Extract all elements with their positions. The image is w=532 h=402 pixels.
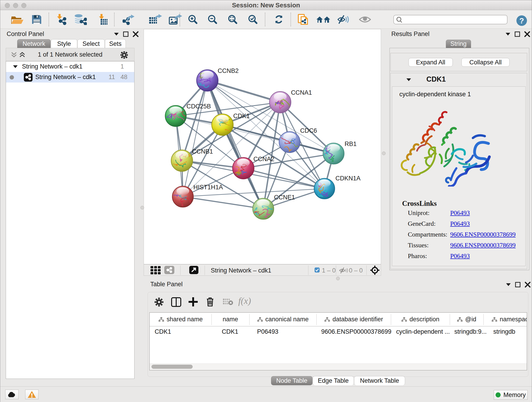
svg-text:CDK1: CDK1 <box>233 113 250 119</box>
svg-text:HIST1H1A: HIST1H1A <box>193 184 223 191</box>
svg-text:CCNA1: CCNA1 <box>291 89 312 96</box>
svg-text:CCNB1: CCNB1 <box>192 148 213 155</box>
svg-text:RB1: RB1 <box>345 140 357 147</box>
svg-text:CDKN1A: CDKN1A <box>336 175 361 182</box>
svg-text:CCNA2: CCNA2 <box>253 156 274 162</box>
svg-text:CDC25B: CDC25B <box>186 103 211 110</box>
svg-text:CCNE1: CCNE1 <box>274 194 295 201</box>
svg-text:CDC6: CDC6 <box>300 127 317 134</box>
svg-text:CCNB2: CCNB2 <box>218 67 239 74</box>
